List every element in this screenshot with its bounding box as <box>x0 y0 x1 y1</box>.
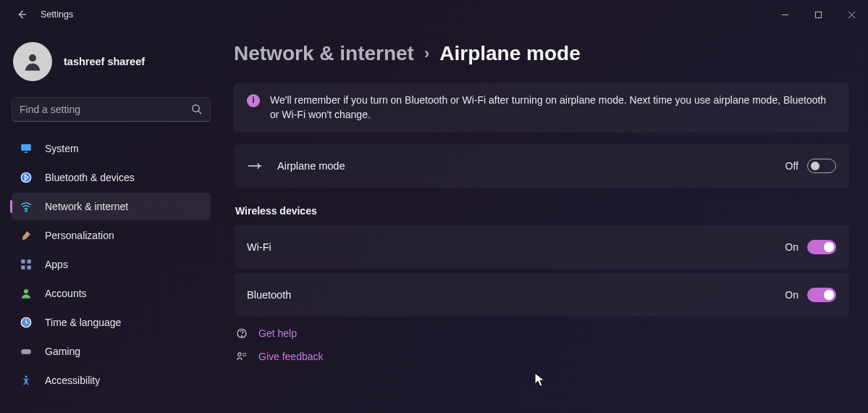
give-feedback-link[interactable]: Give feedback <box>235 350 849 363</box>
search-input[interactable] <box>20 104 191 115</box>
help-icon <box>235 327 248 340</box>
bluetooth-toggle[interactable] <box>807 288 836 302</box>
svg-rect-11 <box>21 259 25 263</box>
minimize-button[interactable] <box>768 0 801 29</box>
main-content: Network & internet › Airplane mode i We'… <box>221 29 868 413</box>
wireless-section-title: Wireless devices <box>235 205 849 217</box>
bluetooth-label: Bluetooth <box>247 289 785 301</box>
svg-rect-7 <box>21 144 31 151</box>
bluetooth-state: On <box>785 289 799 301</box>
brush-icon <box>19 228 33 243</box>
sidebar-item-label: Bluetooth & devices <box>45 172 135 183</box>
get-help-link[interactable]: Get help <box>235 327 849 340</box>
sidebar-item-accounts[interactable]: Accounts <box>12 280 211 307</box>
svg-point-10 <box>25 210 27 212</box>
wifi-toggle[interactable] <box>807 240 836 254</box>
info-icon: i <box>247 94 260 107</box>
person-icon <box>19 286 33 301</box>
sidebar-item-accessibility[interactable]: Accessibility <box>12 367 211 394</box>
user-name: tashreef shareef <box>64 56 145 67</box>
give-feedback-label: Give feedback <box>258 351 324 362</box>
svg-rect-13 <box>21 266 25 270</box>
window-title: Settings <box>41 9 73 20</box>
wifi-icon <box>19 199 33 214</box>
feedback-icon <box>235 350 248 363</box>
sidebar: tashreef shareef SystemBluetooth & devic… <box>0 29 221 413</box>
wifi-label: Wi-Fi <box>247 241 785 253</box>
nav-list: SystemBluetooth & devicesNetwork & inter… <box>12 135 211 394</box>
search-icon <box>191 104 203 115</box>
get-help-label: Get help <box>258 328 297 339</box>
sidebar-item-label: System <box>45 143 79 154</box>
sidebar-item-personalization[interactable]: Personalization <box>12 222 211 249</box>
svg-point-4 <box>29 54 36 62</box>
breadcrumb: Network & internet › Airplane mode <box>234 42 849 65</box>
svg-point-5 <box>193 105 199 112</box>
airplane-mode-label: Airplane mode <box>277 160 785 172</box>
svg-point-18 <box>25 375 28 377</box>
svg-point-15 <box>24 289 28 293</box>
chevron-right-icon: › <box>424 44 429 63</box>
clock-icon <box>19 315 33 330</box>
svg-line-6 <box>198 111 201 114</box>
wifi-card[interactable]: Wi-FiOn <box>234 225 849 269</box>
breadcrumb-current: Airplane mode <box>439 42 580 65</box>
info-text: We'll remember if you turn on Bluetooth … <box>270 93 836 122</box>
sidebar-item-label: Network & internet <box>45 201 128 212</box>
sidebar-item-gaming[interactable]: Gaming <box>12 338 211 365</box>
close-button[interactable] <box>835 0 868 29</box>
svg-rect-8 <box>25 152 28 154</box>
maximize-button[interactable] <box>801 0 835 29</box>
back-button[interactable] <box>14 7 29 22</box>
sidebar-item-bluetooth[interactable]: Bluetooth & devices <box>12 164 211 191</box>
bluetooth-card[interactable]: BluetoothOn <box>234 273 849 317</box>
svg-rect-17 <box>21 349 31 354</box>
sidebar-item-network[interactable]: Network & internet <box>12 193 211 220</box>
sidebar-item-system[interactable]: System <box>12 135 211 162</box>
wifi-state: On <box>785 241 799 253</box>
user-row[interactable]: tashreef shareef <box>12 36 211 94</box>
monitor-icon <box>19 141 33 156</box>
airplane-mode-state: Off <box>785 160 799 172</box>
search-box[interactable] <box>12 97 211 122</box>
svg-rect-12 <box>28 259 31 263</box>
svg-point-20 <box>241 335 242 336</box>
sidebar-item-label: Gaming <box>45 346 80 357</box>
sidebar-item-label: Accessibility <box>45 375 100 386</box>
accessibility-icon <box>19 373 33 388</box>
svg-rect-1 <box>815 12 821 17</box>
breadcrumb-parent[interactable]: Network & internet <box>234 42 414 65</box>
svg-point-9 <box>21 172 31 183</box>
airplane-mode-card[interactable]: Airplane mode Off <box>234 144 849 188</box>
apps-icon <box>19 257 33 272</box>
sidebar-item-label: Personalization <box>45 230 114 241</box>
info-bar: i We'll remember if you turn on Bluetoot… <box>234 83 849 133</box>
sidebar-item-label: Time & language <box>45 317 121 328</box>
sidebar-item-label: Accounts <box>45 288 87 299</box>
svg-point-21 <box>238 352 241 355</box>
titlebar: Settings <box>0 0 868 29</box>
svg-rect-14 <box>28 266 31 270</box>
sidebar-item-label: Apps <box>45 259 68 270</box>
sidebar-item-time[interactable]: Time & language <box>12 309 211 336</box>
sidebar-item-apps[interactable]: Apps <box>12 251 211 278</box>
avatar <box>13 42 52 81</box>
airplane-mode-toggle[interactable] <box>807 159 836 173</box>
bluetooth-icon <box>19 170 33 185</box>
airplane-icon <box>247 158 263 174</box>
gamepad-icon <box>19 344 33 359</box>
